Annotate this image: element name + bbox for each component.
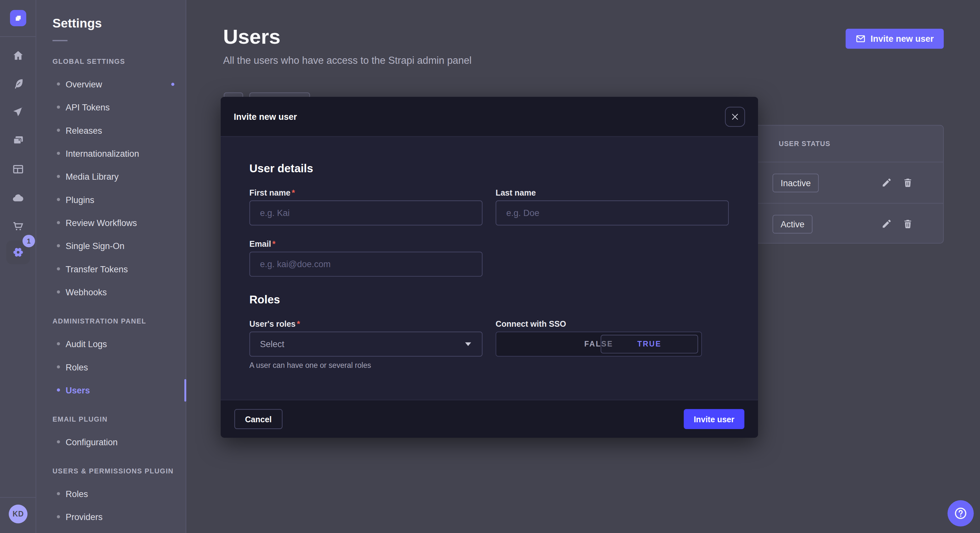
roles-heading: Roles [249, 276, 729, 307]
sso-field: Connect with SSO FALSE TRUE [495, 319, 729, 370]
email-label: Email* [249, 239, 482, 249]
email-input[interactable] [249, 252, 482, 276]
required-asterisk: * [297, 319, 300, 328]
first-name-label: First name* [249, 188, 482, 197]
last-name-input[interactable] [495, 200, 729, 225]
email-field: Email* [249, 239, 482, 277]
users-roles-label: User's roles* [249, 319, 482, 328]
sso-option-true[interactable]: TRUE [600, 335, 698, 354]
roles-hint: A user can have one or several roles [249, 361, 482, 370]
invite-new-user-modal: Invite new user User details First name*… [221, 97, 758, 438]
strapi-admin-app: 1 KD Settings GLOBAL SETTINGS Overview A… [0, 0, 980, 533]
modal-header: Invite new user [221, 97, 758, 136]
modal-body: User details First name* Last name Email… [221, 136, 758, 400]
required-asterisk: * [272, 239, 275, 249]
first-name-field: First name* [249, 188, 482, 225]
last-name-label: Last name [495, 188, 729, 197]
select-value: Select [260, 339, 284, 349]
first-name-input[interactable] [249, 200, 482, 225]
sso-label: Connect with SSO [495, 319, 729, 328]
chevron-down-icon [465, 342, 472, 346]
users-roles-field: User's roles* Select A user can have one… [249, 319, 482, 370]
close-button[interactable] [725, 106, 745, 127]
user-details-heading: User details [249, 136, 729, 176]
modal-title: Invite new user [234, 111, 297, 121]
last-name-field: Last name [495, 188, 729, 225]
users-roles-select[interactable]: Select [249, 332, 482, 357]
name-fields-row: First name* Last name [249, 188, 729, 225]
cancel-button[interactable]: Cancel [234, 409, 282, 429]
required-asterisk: * [292, 188, 295, 197]
invite-user-submit-button[interactable]: Invite user [684, 409, 745, 429]
sso-toggle: FALSE TRUE [495, 332, 702, 357]
modal-footer: Cancel Invite user [221, 400, 758, 438]
roles-fields-row: User's roles* Select A user can have one… [249, 319, 729, 370]
close-icon [730, 112, 739, 121]
email-field-row: Email* [249, 239, 729, 277]
